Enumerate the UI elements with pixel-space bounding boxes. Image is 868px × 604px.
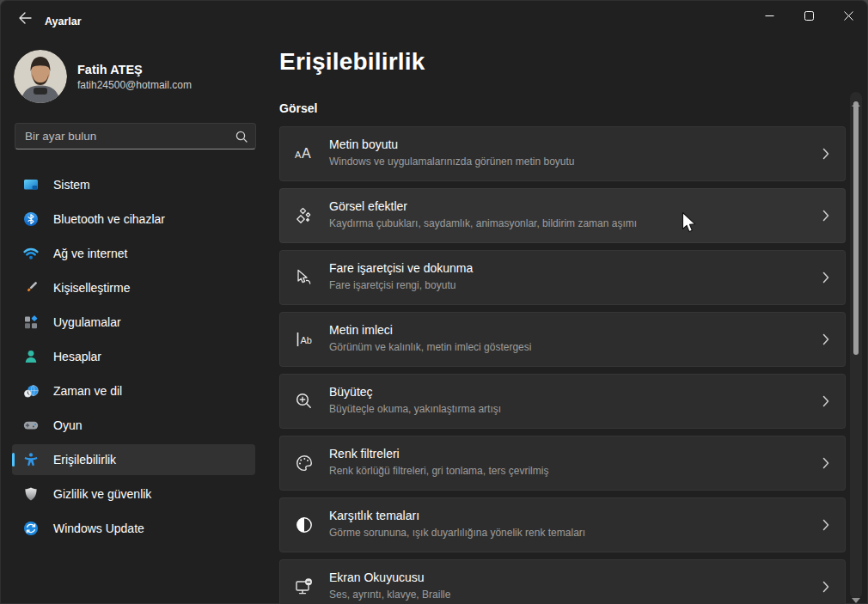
settings-row-visual-effects[interactable]: Görsel efektler Kaydırma çubukları, sayd…: [279, 188, 846, 243]
chevron-right-icon: [822, 271, 829, 284]
maximize-button[interactable]: [789, 0, 828, 33]
close-button[interactable]: [828, 0, 868, 33]
settings-row-contrast-themes[interactable]: Karşıtlık temaları Görme sorununa, ışık …: [279, 497, 846, 552]
color-filters-icon: [294, 453, 315, 473]
sidebar-item-accounts[interactable]: Hesaplar: [12, 341, 255, 372]
scrollbar[interactable]: [850, 92, 862, 599]
chevron-right-icon: [822, 395, 829, 407]
mouse-pointer-icon: [294, 267, 315, 288]
profile-name: Fatih ATEŞ: [77, 63, 143, 76]
scroll-up-arrow-icon[interactable]: [852, 95, 860, 100]
maximize-icon: [804, 10, 814, 23]
scrollbar-thumb[interactable]: [853, 101, 859, 355]
settings-row-magnifier[interactable]: Büyüteç Büyüteçle okuma, yakınlaştırma a…: [279, 374, 846, 429]
text-cursor-icon: Ab: [294, 329, 315, 350]
sidebar-item-gaming[interactable]: Oyun: [12, 410, 255, 441]
settings-row-narrator[interactable]: Ekran Okuyucusu Ses, ayrıntı, klavye, Br…: [279, 559, 846, 604]
visual-effects-icon: [294, 205, 315, 226]
svg-text:A: A: [302, 146, 311, 161]
page-title: Erişilebilirlik: [279, 48, 425, 76]
sidebar-item-network[interactable]: Ağ ve internet: [12, 238, 255, 269]
text-size-icon: AA: [294, 143, 315, 164]
magnifier-icon: [294, 391, 315, 412]
settings-window: Ayarlar: [0, 0, 868, 604]
sidebar-item-personalization[interactable]: Kişiselleştirme: [12, 272, 255, 303]
sidebar-item-windows-update[interactable]: Windows Update: [12, 513, 255, 544]
accessibility-icon: [22, 451, 40, 468]
sidebar-item-apps[interactable]: Uygulamalar: [12, 307, 255, 338]
close-icon: [844, 10, 853, 23]
section-label: Görsel: [279, 101, 317, 115]
sidebar-item-system[interactable]: Sistem: [12, 169, 255, 200]
network-icon: [22, 245, 40, 262]
accounts-icon: [22, 348, 40, 365]
sidebar-nav: Sistem Bluetooth ve cihazlar Ağ ve inter…: [12, 169, 255, 547]
chevron-right-icon: [822, 457, 829, 469]
chevron-right-icon: [822, 148, 829, 160]
avatar[interactable]: [14, 50, 67, 103]
minimize-button[interactable]: [749, 0, 789, 33]
settings-row-text-cursor[interactable]: Ab Metin imleci Görünüm ve kalınlık, met…: [279, 312, 846, 367]
window-controls: [749, 0, 868, 33]
settings-rows: AA Metin boyutu Windows ve uygulamaların…: [279, 126, 846, 604]
chevron-right-icon: [822, 519, 829, 531]
chevron-right-icon: [822, 581, 829, 593]
sidebar-item-bluetooth[interactable]: Bluetooth ve cihazlar: [12, 204, 255, 235]
settings-row-mouse-pointer[interactable]: Fare işaretçisi ve dokunma Fare işaretçi…: [279, 250, 846, 305]
sidebar-item-accessibility[interactable]: Erişilebilirlik: [12, 444, 255, 475]
scroll-down-arrow-icon[interactable]: [852, 591, 860, 596]
windows-update-icon: [22, 520, 40, 537]
chevron-right-icon: [822, 210, 829, 222]
back-arrow-icon: [18, 12, 32, 27]
time-language-icon: [22, 382, 40, 400]
narrator-icon: [294, 577, 315, 597]
system-icon: [22, 176, 40, 193]
svg-text:A: A: [295, 149, 302, 160]
gaming-icon: [22, 417, 40, 434]
search-icon: [235, 130, 248, 143]
chevron-right-icon: [822, 333, 829, 345]
back-button[interactable]: [12, 7, 38, 31]
selected-indicator: [12, 453, 15, 467]
sidebar-item-privacy[interactable]: Gizlilik ve güvenlik: [12, 479, 255, 509]
app-title: Ayarlar: [45, 15, 82, 27]
bluetooth-icon: [22, 210, 40, 228]
minimize-icon: [765, 10, 774, 23]
titlebar[interactable]: Ayarlar: [0, 0, 868, 34]
sidebar: Fatih ATEŞ fatih24500@hotmail.com Sistem…: [0, 34, 268, 604]
settings-row-color-filters[interactable]: Renk filtreleri Renk körlüğü filtreleri,…: [279, 436, 846, 491]
personalization-icon: [22, 279, 40, 296]
sidebar-item-time-language[interactable]: Zaman ve dil: [12, 375, 255, 406]
settings-row-text-size[interactable]: AA Metin boyutu Windows ve uygulamaların…: [279, 126, 846, 181]
apps-icon: [22, 314, 40, 331]
profile-email: fatih24500@hotmail.com: [77, 79, 192, 91]
contrast-icon: [294, 515, 315, 535]
privacy-icon: [22, 485, 40, 503]
svg-text:Ab: Ab: [301, 335, 312, 345]
search-input[interactable]: [15, 124, 255, 149]
search-box: [15, 123, 256, 149]
